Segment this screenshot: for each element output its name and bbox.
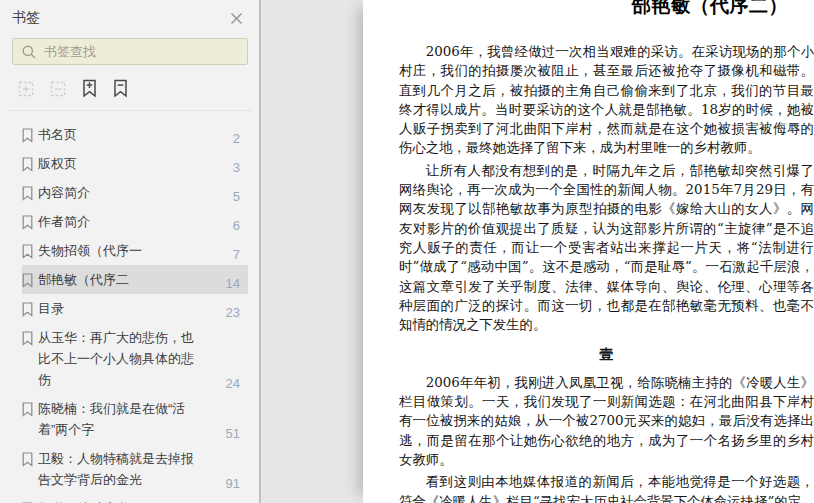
bookmark-label: 从玉华：再广大的悲伤，也比不上一个小人物具体的悲伤 [38, 327, 198, 390]
bookmark-icon [22, 452, 33, 467]
bookmark-list-item[interactable]: 从玉华：再广大的悲伤，也比不上一个小人物具体的悲伤 24 [22, 323, 248, 394]
bookmark-label: 杨潇：从过度书写开始 [38, 498, 198, 503]
bookmark-page-number: 5 [233, 189, 240, 204]
close-icon [230, 12, 243, 25]
bookmark-page-number: 91 [226, 476, 240, 491]
collapse-all-button[interactable] [49, 80, 67, 98]
bookmark-page-number: 2 [233, 131, 240, 146]
bookmark-label: 陈晓楠：我们就是在做“活着”两个字 [38, 398, 198, 440]
bookmark-label: 目录 [38, 298, 198, 319]
bookmark-label: 卫毅：人物特稿就是去掉报告文学背后的金光 [38, 448, 198, 490]
bookmark-page-number: 24 [226, 376, 240, 391]
bookmarks-panel-header: 书签 [0, 0, 259, 27]
search-icon [21, 44, 37, 60]
panel-title: 书签 [12, 9, 40, 27]
bookmark-icon [22, 402, 33, 417]
bookmark-page-number: 7 [233, 247, 240, 262]
remove-bookmark-button[interactable] [112, 79, 129, 98]
bookmark-label: 作者简介 [38, 211, 198, 232]
paragraph: 让所有人都没有想到的是，时隔九年之后，郜艳敏却突然引爆了网络舆论，再一次成为一个… [399, 161, 814, 335]
bookmark-list: 书名页 2 版权页 3 内容简介 5 作者简介 6 [0, 111, 259, 503]
remove-bookmark-icon [112, 79, 129, 98]
bookmark-list-item[interactable]: 卫毅：人物特稿就是去掉报告文学背后的金光 91 [22, 444, 248, 494]
bookmark-label: 郜艳敏（代序二 [38, 269, 198, 290]
bookmark-page-number: 51 [226, 426, 240, 441]
bookmark-icon [22, 186, 33, 201]
bookmark-list-item[interactable]: 陈晓楠：我们就是在做“活着”两个字 51 [22, 394, 248, 444]
bookmark-icon [22, 302, 33, 317]
section-heading: 壹 [399, 345, 814, 364]
bookmark-page-number: 3 [233, 160, 240, 175]
bookmarks-toolbar [17, 79, 259, 98]
bookmark-page-number: 14 [226, 276, 240, 291]
add-bookmark-icon [81, 79, 98, 98]
expand-all-icon [17, 80, 35, 98]
bookmark-list-item[interactable]: 作者简介 6 [22, 207, 248, 236]
bookmark-label: 书名页 [38, 124, 198, 145]
paragraph: 2006年年初，我刚进入凤凰卫视，给陈晓楠主持的《冷暖人生》栏目做策划。一天，我… [399, 373, 814, 469]
bookmark-label: 失物招领（代序一 [38, 240, 198, 261]
expand-all-button[interactable] [17, 80, 35, 98]
paragraph: 看到这则由本地媒体报道的新闻后，本能地觉得是一个好选题，符合《冷暖人生》栏目“寻… [399, 472, 814, 503]
bookmark-list-item[interactable]: 失物招领（代序一 7 [22, 236, 248, 265]
add-bookmark-button[interactable] [81, 79, 98, 98]
bookmark-icon [22, 244, 33, 259]
bookmark-list-item[interactable]: 版权页 3 [22, 149, 248, 178]
paragraph: 2006年，我曾经做过一次相当艰难的采访。在采访现场的那个小村庄，我们的拍摄屡次… [399, 42, 814, 158]
document-page: 郜艳敏（代序二） 2006年，我曾经做过一次相当艰难的采访。在采访现场的那个小村… [363, 0, 814, 503]
bookmark-label: 版权页 [38, 153, 198, 174]
bookmark-icon [22, 215, 33, 230]
bookmark-page-number: 6 [233, 218, 240, 233]
chapter-title: 郜艳敏（代序二） [632, 0, 788, 19]
bookmark-icon [22, 331, 33, 346]
bookmark-page-number: 23 [226, 305, 240, 320]
bookmark-list-item[interactable]: 目录 23 [22, 294, 248, 323]
bookmark-icon [22, 128, 33, 143]
bookmark-search-input[interactable]: 书签查找 [12, 38, 248, 65]
bookmarks-panel: 书签 书签查找 [0, 0, 261, 503]
bookmark-list-item[interactable]: 内容简介 5 [22, 178, 248, 207]
search-placeholder: 书签查找 [44, 43, 96, 61]
bookmark-list-item[interactable]: 郜艳敏（代序二 14 [22, 265, 248, 294]
close-panel-button[interactable] [230, 12, 243, 25]
page-text: 2006年，我曾经做过一次相当艰难的采访。在采访现场的那个小村庄，我们的拍摄屡次… [363, 0, 814, 503]
bookmark-list-item[interactable]: 杨潇：从过度书写开始 125 [22, 494, 248, 503]
bookmark-label: 内容简介 [38, 182, 198, 203]
collapse-all-icon [49, 80, 67, 98]
bookmark-list-item[interactable]: 书名页 2 [22, 120, 248, 149]
bookmark-icon [22, 273, 33, 288]
bookmark-icon [22, 157, 33, 172]
